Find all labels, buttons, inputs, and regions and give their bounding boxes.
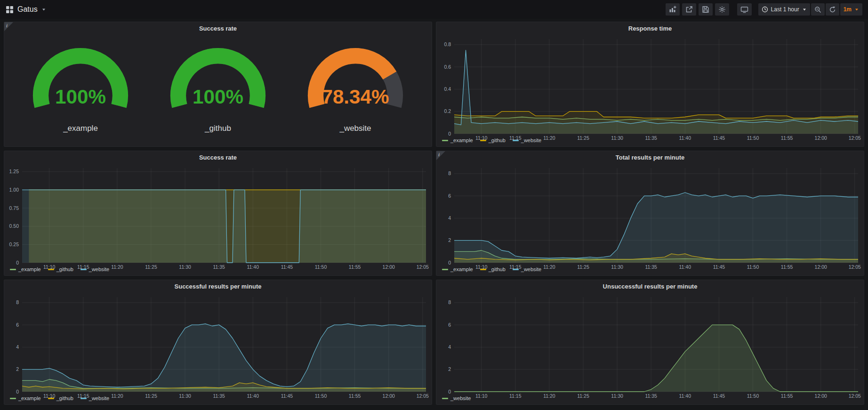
gauge-website: 78.34%_website (287, 44, 424, 134)
legend-series-label: _github (56, 266, 73, 272)
clock-icon (762, 6, 768, 13)
svg-text:0: 0 (448, 260, 451, 265)
legend-series-marker (480, 269, 486, 270)
gear-icon (718, 6, 726, 13)
panel-info-icon[interactable]: i (4, 22, 15, 32)
legend-series-marker (48, 269, 54, 270)
legend-series-marker (442, 140, 448, 141)
panel-title[interactable]: Success rate (199, 25, 237, 32)
gauge-label: _github (205, 124, 231, 133)
legend-item-website[interactable]: _website (80, 395, 109, 401)
panel-successful-results: i Successful results per minute 11:1011:… (4, 280, 432, 405)
legend-series-marker (442, 269, 448, 270)
zoom-out-icon (814, 6, 821, 13)
gauge-arc: 100% (158, 44, 278, 123)
panel-response-time: i Response time 11:1011:1511:2011:2511:3… (436, 22, 864, 147)
panel-title[interactable]: Unsuccessful results per minute (603, 283, 698, 290)
zoom-out-button[interactable] (811, 3, 825, 16)
panel-title[interactable]: Successful results per minute (175, 283, 262, 290)
info-letter: i (6, 23, 8, 28)
legend-item-website[interactable]: _website (513, 266, 541, 272)
svg-text:8: 8 (448, 299, 451, 305)
navbar-left: Gatus (6, 5, 46, 14)
legend-series-label: _github (489, 137, 506, 143)
refresh-interval-picker[interactable]: 1m (840, 3, 862, 16)
legend-series-label: _github (489, 266, 506, 272)
gauge-example: 100%_example (12, 44, 149, 134)
legend-item-github[interactable]: _github (480, 266, 506, 272)
svg-text:0.8: 0.8 (444, 41, 451, 47)
add-panel-button[interactable] (666, 3, 680, 16)
legend-item-website[interactable]: _website (442, 395, 471, 401)
legend-item-example[interactable]: _example (442, 266, 473, 272)
panel-total-results: i Total results per minute 11:1011:1511:… (436, 151, 864, 276)
svg-text:4: 4 (16, 344, 19, 350)
panel-header: Successful results per minute (4, 280, 432, 292)
refresh-button[interactable] (826, 3, 839, 16)
total-results-chart[interactable]: 11:1011:1511:2011:2511:3011:3511:4011:45… (436, 163, 864, 265)
svg-text:0: 0 (16, 260, 19, 265)
legend-item-website[interactable]: _website (513, 137, 541, 143)
chart-legend: _example_github_website (436, 137, 864, 146)
legend-series-marker (80, 398, 87, 399)
panel-title[interactable]: Success rate (199, 154, 237, 161)
svg-text:2: 2 (448, 366, 451, 372)
legend-series-marker (513, 269, 519, 270)
legend-series-marker (10, 269, 16, 270)
svg-text:8: 8 (448, 170, 451, 176)
svg-text:78.34%: 78.34% (321, 85, 389, 107)
panel-title[interactable]: Total results per minute (616, 154, 684, 161)
response-time-chart[interactable]: 11:1011:1511:2011:2511:3011:3511:4011:45… (436, 34, 864, 137)
svg-text:6: 6 (448, 193, 451, 199)
panel-header: Total results per minute (436, 151, 864, 163)
svg-text:0: 0 (448, 389, 451, 394)
success-rate-chart[interactable]: 11:1011:1511:2011:2511:3011:3511:4011:45… (4, 163, 432, 265)
gauge-arc: 78.34% (295, 44, 416, 123)
svg-text:0.6: 0.6 (444, 64, 451, 70)
svg-text:0.25: 0.25 (9, 241, 19, 247)
tv-icon (740, 6, 748, 13)
svg-text:6: 6 (16, 322, 19, 328)
successful-results-chart[interactable]: 11:1011:1511:2011:2511:3011:3511:4011:45… (4, 292, 432, 394)
share-icon (685, 6, 693, 13)
legend-item-github[interactable]: _github (48, 395, 73, 401)
apps-grid-icon[interactable] (6, 6, 14, 14)
panel-info-icon[interactable]: i (436, 151, 447, 161)
save-dashboard-button[interactable] (699, 3, 713, 16)
panel-header: Response time (436, 22, 864, 34)
legend-series-label: _example (450, 137, 473, 143)
legend-series-label: _website (89, 266, 109, 272)
dashboard-settings-button[interactable] (715, 3, 729, 16)
svg-text:100%: 100% (55, 85, 106, 107)
chart-legend: _website (436, 394, 864, 404)
legend-series-marker (442, 398, 448, 399)
legend-item-example[interactable]: _example (442, 137, 473, 143)
nav-actions (666, 3, 752, 16)
legend-series-label: _example (18, 395, 41, 401)
info-letter: i (438, 152, 440, 157)
legend-item-website[interactable]: _website (80, 266, 109, 272)
panel-header: Unsuccessful results per minute (436, 280, 864, 292)
dashboard-title[interactable]: Gatus (17, 5, 38, 14)
panel-title[interactable]: Response time (628, 25, 672, 32)
legend-item-example[interactable]: _example (10, 395, 41, 401)
svg-text:0.50: 0.50 (9, 223, 19, 229)
refresh-icon (829, 6, 836, 13)
panel-header: Success rate (4, 151, 432, 163)
chevron-down-icon (41, 7, 46, 12)
unsuccessful-results-chart[interactable]: 11:1011:1511:2011:2511:3011:3511:4011:45… (436, 292, 864, 394)
legend-item-github[interactable]: _github (480, 137, 506, 143)
refresh-interval-label: 1m (844, 6, 852, 13)
time-controls: Last 1 hour 1m (758, 3, 862, 16)
legend-series-label: _website (450, 395, 471, 401)
time-range-picker[interactable]: Last 1 hour (758, 3, 810, 16)
navbar-right: Last 1 hour 1m (666, 3, 862, 16)
cycle-view-mode-button[interactable] (737, 3, 752, 16)
svg-text:6: 6 (448, 322, 451, 328)
dashboard-grid: i Success rate 100%_example100%_github78… (0, 19, 868, 408)
share-dashboard-button[interactable] (682, 3, 696, 16)
chart-legend: _example_github_website (4, 265, 432, 275)
legend-item-github[interactable]: _github (48, 266, 73, 272)
panel-header: Success rate (4, 22, 432, 34)
legend-item-example[interactable]: _example (10, 266, 41, 272)
